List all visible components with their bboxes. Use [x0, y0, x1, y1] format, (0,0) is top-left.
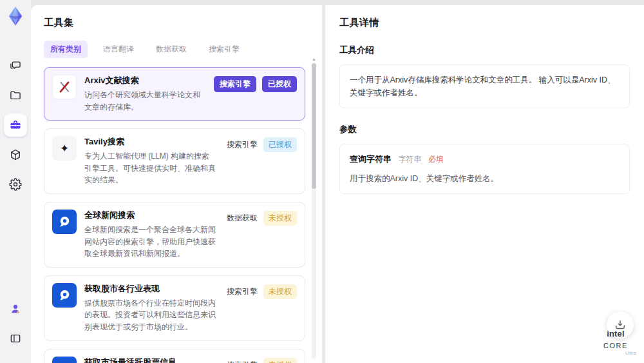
tool-status-badge: 已授权: [262, 76, 297, 92]
tool-card[interactable]: ✦ Tavily搜索 专为人工智能代理 (LLM) 构建的搜索引擎工具。可快速提…: [44, 128, 305, 194]
tools-page-title: 工具集: [44, 17, 305, 29]
tool-category-tag: 搜索引擎: [227, 360, 258, 363]
param-required-badge: 必填: [428, 155, 444, 164]
intro-heading: 工具介绍: [339, 44, 630, 56]
intro-text: 一个用于从Arxiv存储库搜索科学论文和文章的工具。 输入可以是Arxiv ID…: [350, 75, 616, 97]
avatar-icon[interactable]: [4, 297, 27, 320]
cube-icon[interactable]: [4, 143, 27, 166]
tool-description: 提供股票市场各个行业在特定时间段内的表现。投资者可以利用这些信息来识别表现优于或…: [84, 297, 216, 333]
tool-card[interactable]: 全球新闻搜索 全球新闻搜索是一个聚合全球各大新闻网站内容的搜索引擎，帮助用户快速…: [44, 202, 305, 268]
category-tab-2[interactable]: 数据获取: [149, 41, 193, 58]
category-tab-3[interactable]: 搜索引擎: [202, 41, 246, 58]
param-header-row: 查询字符串 字符串 必填: [350, 153, 620, 166]
tool-title: Arxiv文献搜索: [84, 75, 204, 86]
params-heading: 参数: [339, 124, 630, 135]
core-wordmark: core: [603, 342, 628, 349]
tool-status-badge: 未授权: [263, 358, 297, 363]
param-description: 用于搜索的Arxiv ID、关键字或作者姓名。: [350, 172, 620, 185]
arxiv-x-icon: [52, 75, 77, 99]
category-tabs: 所有类别语言翻译数据获取搜索引擎: [44, 41, 305, 58]
tool-category-tag: 搜索引擎: [214, 76, 256, 92]
intel-core-logo: intel core Ultra: [595, 328, 636, 357]
param-type: 字符串: [398, 155, 421, 164]
intro-box: 一个用于从Arxiv存储库搜索科学论文和文章的工具。 输入可以是Arxiv ID…: [339, 64, 630, 108]
tool-status-badge: 未授权: [263, 284, 297, 299]
intel-wordmark: intel: [607, 329, 625, 338]
tool-description: 访问各个研究领域大量科学论文和文章的存储库。: [84, 89, 204, 113]
scrollbar-up-arrow[interactable]: ▲: [312, 57, 316, 61]
tool-category-tag: 数据获取: [227, 213, 258, 224]
folder-icon[interactable]: [4, 84, 27, 107]
news-bubble-icon: [52, 210, 77, 234]
tool-title: Tavily搜索: [84, 136, 216, 148]
tool-title: 获取市场最活跃股票信息: [84, 357, 216, 363]
left-rail: [0, 0, 31, 363]
tool-title: 获取股市各行业表现: [84, 283, 216, 295]
panel-collapse-icon[interactable]: [4, 327, 27, 350]
tool-description: 专为人工智能代理 (LLM) 构建的搜索引擎工具。可快速提供实时、准确和真实的结…: [84, 150, 216, 186]
tool-list: Arxiv文献搜索 访问各个研究领域大量科学论文和文章的存储库。 搜索引擎 已授…: [44, 67, 305, 363]
category-tab-0[interactable]: 所有类别: [44, 41, 88, 58]
ultra-wordmark: Ultra: [595, 351, 636, 357]
tool-card[interactable]: Arxiv文献搜索 访问各个研究领域大量科学论文和文章的存储库。 搜索引擎 已授…: [44, 67, 305, 121]
scrollbar-thumb[interactable]: [312, 63, 316, 189]
tool-card[interactable]: 获取股市各行业表现 提供股票市场各个行业在特定时间段内的表现。投资者可以利用这些…: [44, 275, 305, 341]
gear-icon[interactable]: [4, 173, 27, 196]
chat-icon[interactable]: [4, 54, 27, 77]
sparkle-icon: ✦: [52, 136, 77, 161]
list-scrollbar[interactable]: ▲: [312, 61, 316, 359]
app-gem-logo: [5, 5, 26, 27]
news-bubble-icon: [52, 357, 77, 363]
tool-detail-pane: 工具详情 工具介绍 一个用于从Arxiv存储库搜索科学论文和文章的工具。 输入可…: [325, 5, 644, 363]
news-bubble-icon: [52, 283, 77, 308]
tool-category-tag: 搜索引擎: [227, 139, 258, 150]
tool-status-badge: 未授权: [263, 211, 297, 226]
tool-description: 全球新闻搜索是一个聚合全球各大新闻网站内容的搜索引擎，帮助用户快速获取全球最新资…: [84, 224, 216, 260]
tool-card[interactable]: 获取市场最活跃股票信息 提供当天交易量最高的股票列表，投资者可以利用这些信息来识…: [44, 349, 305, 363]
category-tab-1[interactable]: 语言翻译: [97, 41, 140, 58]
param-name: 查询字符串: [350, 154, 392, 164]
param-box: 查询字符串 字符串 必填 用于搜索的Arxiv ID、关键字或作者姓名。: [339, 144, 630, 194]
briefcase-icon[interactable]: [4, 113, 27, 137]
tools-list-pane: 工具集 所有类别语言翻译数据获取搜索引擎 Arxiv文献搜索 访问各个研究领域大…: [31, 5, 322, 363]
detail-title: 工具详情: [339, 17, 630, 29]
app-window: 工具集 所有类别语言翻译数据获取搜索引擎 Arxiv文献搜索 访问各个研究领域大…: [0, 0, 644, 363]
tool-category-tag: 搜索引擎: [227, 286, 258, 297]
tool-title: 全球新闻搜索: [84, 210, 216, 221]
tool-status-badge: 已授权: [263, 137, 297, 152]
main-area: 工具集 所有类别语言翻译数据获取搜索引擎 Arxiv文献搜索 访问各个研究领域大…: [31, 0, 644, 363]
sparkle-star-glyph: ✦: [60, 143, 69, 154]
